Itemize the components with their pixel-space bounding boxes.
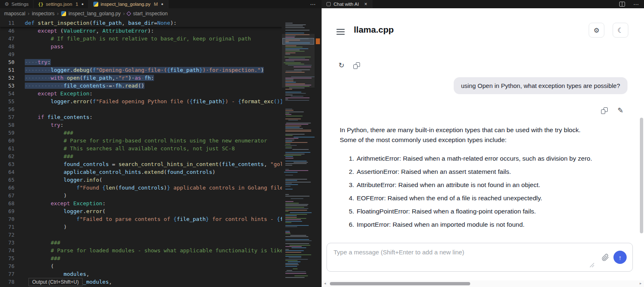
- minimap-bar: [285, 169, 289, 170]
- code-line[interactable]: 54 except Exception:: [0, 90, 282, 97]
- code-line[interactable]: 57 if file_contents:: [0, 113, 282, 121]
- minimap-bar: [285, 252, 301, 253]
- chat-input[interactable]: [327, 243, 587, 271]
- code-line[interactable]: 65 logger.info(: [0, 176, 282, 184]
- breadcrumb-item-symbol[interactable]: start_inspection: [133, 11, 168, 17]
- code-line[interactable]: 61 # This searches all available control…: [0, 145, 282, 152]
- tab-settings[interactable]: ⚙ Settings: [0, 0, 33, 8]
- code-line[interactable]: 50····try:: [0, 58, 282, 66]
- code-line[interactable]: 51········logger.debug(f"Opening·Golang·…: [0, 66, 282, 74]
- code-line[interactable]: 74 # Parse for loaded modules - shows wh…: [0, 247, 282, 254]
- minimap-bar: [290, 212, 312, 213]
- code-text: ###: [25, 130, 73, 136]
- copy-conversation-icon[interactable]: [353, 62, 360, 69]
- code-line[interactable]: 59 ###: [0, 129, 282, 137]
- line-number: 48: [0, 43, 14, 50]
- minimap[interactable]: [282, 19, 315, 287]
- minimap-bar: [285, 249, 289, 250]
- tab-chat-with-ai[interactable]: Chat with AI ×: [322, 0, 372, 8]
- minimap-bar: [285, 233, 291, 234]
- code-line[interactable]: 49: [0, 50, 282, 58]
- tab-settings-json[interactable]: {} settings.json 1 ●: [33, 0, 88, 8]
- code-line[interactable]: 55 logger.error(f"Failed opening Python …: [0, 97, 282, 105]
- line-number: 69: [0, 208, 14, 214]
- settings-button[interactable]: ⚙: [589, 23, 604, 38]
- chat-vertical-scrollbar[interactable]: [640, 118, 643, 233]
- copy-message-icon[interactable]: [601, 107, 608, 114]
- code-line[interactable]: 58 try:: [0, 121, 282, 129]
- tab-bar-spacer: [168, 0, 304, 8]
- tab-badge: 1: [76, 2, 78, 7]
- minimap-bar: [285, 61, 294, 62]
- code-line[interactable]: 62 ###: [0, 152, 282, 160]
- code-line[interactable]: 77 modules,: [0, 270, 282, 278]
- breadcrumb-item-file[interactable]: inspect_lang_golang.py: [69, 11, 121, 17]
- resize-grip-icon[interactable]: [590, 263, 594, 268]
- chat-horizontal-scrollbar[interactable]: ◂ ▸: [322, 280, 644, 287]
- edit-message-icon[interactable]: ✎: [618, 107, 623, 114]
- code-line[interactable]: 60 # Parse for string-based control hint…: [0, 137, 282, 145]
- code-line[interactable]: 47 # If file_path is not relative to bas…: [0, 35, 282, 43]
- tab-inspect-lang-golang[interactable]: inspect_lang_golang.py M ●: [89, 0, 168, 8]
- code-line[interactable]: 73 ###: [0, 239, 282, 247]
- minimap-bar: [285, 250, 304, 251]
- close-icon[interactable]: ×: [364, 1, 367, 7]
- code-text: try:: [25, 122, 64, 128]
- minimap-bar: [285, 59, 309, 60]
- code-line[interactable]: 75 ###: [0, 254, 282, 262]
- dirty-indicator[interactable]: ●: [81, 2, 83, 6]
- scroll-right-arrow[interactable]: ▸: [639, 281, 642, 285]
- line-number: 65: [0, 177, 14, 183]
- scroll-left-arrow[interactable]: ◂: [324, 281, 326, 285]
- minimap-bar: [285, 114, 291, 115]
- breadcrumb-item-maposcal[interactable]: maposcal: [4, 11, 25, 17]
- scrollbar-thumb[interactable]: [330, 282, 470, 285]
- minimap-bar: [292, 149, 309, 150]
- panel-overflow-button[interactable]: ⋯: [628, 0, 644, 8]
- minimap-bar: [285, 48, 308, 49]
- assistant-message: In Python, there are many built-in excep…: [340, 125, 621, 231]
- code-line[interactable]: 68 except Exception:: [0, 199, 282, 207]
- attachment-button[interactable]: [601, 253, 609, 261]
- code-line[interactable]: 48 pass: [0, 43, 282, 50]
- minimap-bar: [285, 203, 299, 204]
- sticky-code-line[interactable]: 11def start_inspection(file_path, base_d…: [0, 19, 282, 27]
- minimap-bar: [285, 52, 296, 53]
- minimap-bar: [294, 66, 311, 67]
- regenerate-icon[interactable]: ↻: [339, 62, 344, 69]
- minimap-bar: [285, 184, 298, 185]
- minimap-bar: [289, 88, 305, 88]
- code-line[interactable]: 71 ): [0, 223, 282, 231]
- minimap-bar: [285, 215, 297, 216]
- code-line[interactable]: 69 logger.error(: [0, 207, 282, 215]
- minimap-bar: [285, 201, 294, 202]
- dark-mode-button[interactable]: ☾: [613, 23, 628, 38]
- code-text: # This searches all available controls, …: [25, 145, 235, 152]
- minimap-bar: [285, 232, 290, 233]
- minimap-bar: [285, 256, 301, 257]
- breadcrumb-item-inspectors[interactable]: inspectors: [32, 11, 54, 17]
- dirty-indicator[interactable]: ●: [161, 2, 163, 6]
- code-line[interactable]: 52········with·open(file_path,·"r")·as·f…: [0, 74, 282, 82]
- minimap-bar: [285, 231, 290, 232]
- code-text: # Parse for loaded modules - shows what …: [25, 247, 282, 254]
- line-number: 46: [0, 28, 14, 34]
- menu-icon[interactable]: [336, 27, 345, 36]
- code-line[interactable]: 72: [0, 231, 282, 239]
- send-button[interactable]: ↑: [613, 251, 627, 264]
- split-editor-icon[interactable]: [616, 0, 628, 8]
- code-line[interactable]: 56: [0, 105, 282, 113]
- minimap-bar: [285, 134, 305, 135]
- minimap-bar: [288, 120, 298, 121]
- code-line[interactable]: 67 ): [0, 192, 282, 199]
- code-line[interactable]: 46 except (ValueError, AttributeError):: [0, 27, 282, 35]
- code-line[interactable]: 70 f"Failed to parse contents of {file_p…: [0, 215, 282, 223]
- code-line[interactable]: 63 found_controls = search_control_hints…: [0, 160, 282, 168]
- code-line[interactable]: 76 (: [0, 262, 282, 270]
- editor-actions-overflow-button[interactable]: ⋯: [304, 0, 322, 8]
- code-line[interactable]: 66 f"Found {len(found_controls)} applica…: [0, 184, 282, 192]
- code-editor[interactable]: 11def start_inspection(file_path, base_d…: [0, 19, 282, 287]
- code-line[interactable]: 53············file_contents·=·fh.read(): [0, 82, 282, 90]
- code-text: pass: [25, 43, 64, 50]
- code-line[interactable]: 64 applicable_control_hints.extend(found…: [0, 168, 282, 176]
